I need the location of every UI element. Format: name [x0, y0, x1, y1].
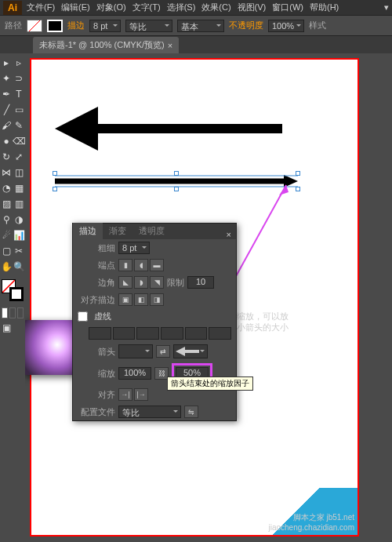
hand-tool[interactable]: ✋: [0, 259, 13, 275]
arrowhead-end[interactable]: [173, 344, 208, 358]
panel-close-icon[interactable]: ×: [222, 230, 236, 239]
gap-3[interactable]: [209, 327, 231, 340]
menu-help[interactable]: 帮助(H): [310, 2, 339, 13]
cap-butt[interactable]: ▮: [118, 259, 132, 271]
menu-type[interactable]: 文字(T): [132, 2, 161, 13]
none-mode[interactable]: [17, 307, 24, 318]
style-label: 样式: [309, 20, 326, 31]
tooltip: 箭头结束处的缩放因子: [167, 376, 253, 391]
cap-projecting[interactable]: ▬: [150, 259, 164, 271]
menu-object[interactable]: 对象(O): [96, 2, 126, 13]
align-outside[interactable]: ◨: [150, 293, 164, 306]
canvas-area[interactable]: 修改缩放，可以放大缩小箭头的大小 脚本之家 jb51.netjiaocheng.…: [25, 53, 392, 542]
eyedropper-tool[interactable]: ⚲: [0, 212, 13, 227]
stroke-weight-dropdown[interactable]: 8 pt: [89, 20, 121, 32]
fill-stroke-control[interactable]: [2, 279, 24, 301]
line-tool[interactable]: ╱: [0, 102, 13, 118]
dash-3[interactable]: [185, 327, 208, 340]
menu-view[interactable]: 视图(V): [238, 2, 267, 13]
screen-mode[interactable]: ▣: [0, 320, 13, 336]
menu-window[interactable]: 窗口(W): [272, 2, 303, 13]
gap-1[interactable]: [113, 327, 136, 340]
miter-input[interactable]: 10: [187, 276, 214, 289]
align-center[interactable]: ▣: [118, 293, 132, 306]
free-transform-tool[interactable]: ◫: [13, 165, 25, 180]
opacity-label[interactable]: 不透明度: [229, 20, 263, 31]
corner-miter[interactable]: ◣: [118, 276, 132, 289]
fill-swatch[interactable]: [27, 20, 42, 32]
workspace-dropdown-icon[interactable]: ▾: [384, 2, 389, 13]
panel-tab-gradient[interactable]: 渐变: [103, 223, 132, 239]
corner-round[interactable]: ◗: [134, 276, 148, 289]
profile-label: 配置文件: [78, 406, 115, 418]
blend-tool[interactable]: ◑: [13, 212, 25, 227]
lasso-tool[interactable]: ⊃: [13, 71, 25, 86]
zoom-tool[interactable]: 🔍: [13, 259, 25, 275]
stroke-panel: 描边 渐变 透明度 × 粗细8 pt 端点▮◖▬ 边角◣◗◥限制10 对齐描边▣…: [72, 223, 237, 421]
panel-tab-transparency[interactable]: 透明度: [132, 223, 171, 239]
type-tool[interactable]: T: [13, 86, 25, 102]
big-arrow-graphic: [55, 107, 282, 154]
rectangle-tool[interactable]: ▭: [13, 102, 25, 118]
scale-tool[interactable]: ⤢: [13, 149, 25, 165]
paintbrush-tool[interactable]: 🖌: [0, 118, 13, 133]
dash-1[interactable]: [89, 327, 111, 340]
blob-brush-tool[interactable]: ●: [0, 133, 13, 149]
cap-label: 端点: [78, 260, 115, 271]
width-profile-dropdown[interactable]: 等比: [125, 20, 172, 32]
rotate-tool[interactable]: ↻: [0, 149, 13, 165]
document-tab[interactable]: 未标题-1* @ 100% (CMYK/预览) ×: [33, 37, 179, 53]
flip-profile-icon[interactable]: ⇋: [184, 406, 198, 418]
cap-round[interactable]: ◖: [134, 259, 148, 271]
dash-label: 虚线: [94, 311, 111, 322]
selected-arrow-graphic[interactable]: [55, 173, 298, 189]
stroke-swatch[interactable]: [47, 20, 63, 32]
scale-start-input[interactable]: 100%: [118, 367, 151, 380]
shape-builder-tool[interactable]: ◔: [0, 180, 13, 196]
profile-dropdown[interactable]: 等比: [118, 406, 181, 418]
path-label: 路径: [5, 20, 22, 31]
miter-label: 限制: [167, 277, 184, 289]
selection-tool[interactable]: ▸: [0, 55, 13, 71]
menu-edit[interactable]: 编辑(E): [61, 2, 90, 13]
magic-wand-tool[interactable]: ✦: [0, 71, 13, 86]
slice-tool[interactable]: ✂: [13, 243, 25, 259]
pencil-tool[interactable]: ✎: [13, 118, 25, 133]
weight-input[interactable]: 8 pt: [118, 242, 150, 254]
arrowhead-start[interactable]: [118, 344, 153, 358]
brush-dropdown[interactable]: 基本: [177, 20, 224, 32]
corner-bevel[interactable]: ◥: [150, 276, 164, 289]
scale-label: 缩放: [78, 368, 115, 380]
weight-label: 粗细: [78, 242, 115, 254]
color-mode[interactable]: [2, 307, 8, 318]
menu-select[interactable]: 选择(S): [167, 2, 196, 13]
dash-2[interactable]: [136, 327, 159, 340]
menu-effect[interactable]: 效果(C): [201, 2, 230, 13]
graph-tool[interactable]: 📊: [13, 227, 25, 243]
document-tab-title: 未标题-1* @ 100% (CMYK/预览): [39, 39, 165, 51]
swap-arrowheads-icon[interactable]: ⇄: [156, 345, 170, 358]
perspective-tool[interactable]: ▦: [13, 180, 25, 196]
direct-selection-tool[interactable]: ▹: [13, 55, 25, 71]
gradient-tool[interactable]: ▥: [13, 196, 25, 212]
align-inside[interactable]: ◧: [134, 293, 148, 306]
dash-checkbox[interactable]: [78, 311, 88, 322]
align-arrow-tip[interactable]: →|: [118, 388, 132, 401]
menu-file[interactable]: 文件(F): [27, 2, 55, 13]
stroke-label[interactable]: 描边: [67, 20, 85, 31]
mesh-tool[interactable]: ▨: [0, 196, 13, 212]
gap-2[interactable]: [161, 327, 183, 340]
width-tool[interactable]: ⋈: [0, 165, 13, 180]
pen-tool[interactable]: ✒: [0, 86, 13, 102]
tab-close-icon[interactable]: ×: [168, 41, 172, 50]
opacity-dropdown[interactable]: 100%: [268, 20, 304, 32]
artboard-tool[interactable]: ▢: [0, 243, 13, 259]
align-arrow-label: 对齐: [78, 389, 115, 401]
app-logo: Ai: [3, 1, 22, 15]
panel-tab-stroke[interactable]: 描边: [73, 223, 103, 239]
align-arrow-end[interactable]: |→: [134, 388, 148, 401]
symbol-sprayer-tool[interactable]: ☄: [0, 227, 13, 243]
gradient-mode[interactable]: [9, 307, 16, 318]
corner-label: 边角: [78, 277, 115, 289]
eraser-tool[interactable]: ⌫: [13, 133, 25, 149]
